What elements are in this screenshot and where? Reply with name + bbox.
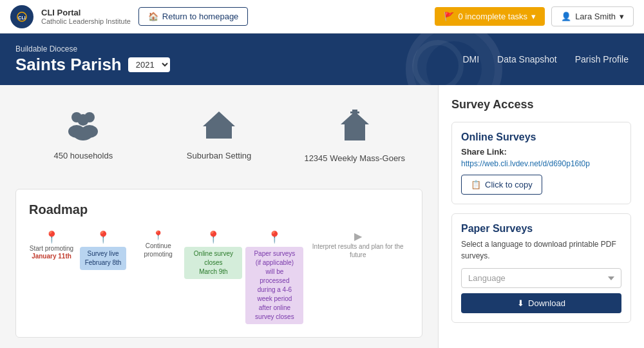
- banner-left: Buildable Diocese Saints Parish 2021 202…: [15, 44, 170, 75]
- step3-label: Continue promoting: [132, 242, 184, 258]
- year-selector[interactable]: 2021 2022 2020: [128, 57, 170, 72]
- paper-surveys-title: Paper Surveys: [461, 223, 621, 235]
- step1-pin: 📍: [44, 230, 59, 244]
- top-nav: CLI CLI Portal Catholic Leadership Insti…: [0, 0, 644, 34]
- households-label: 450 households: [53, 151, 113, 160]
- tasks-chevron-icon: ▾: [531, 12, 536, 21]
- step2-badge: Survey liveFebruary 8th: [80, 247, 127, 270]
- stat-households: 450 households: [15, 98, 151, 173]
- paper-surveys-section: Paper Surveys Select a language to downl…: [451, 213, 631, 323]
- app-subtitle: Catholic Leadership Institute: [41, 17, 131, 25]
- nav-dmi[interactable]: DMI: [462, 54, 479, 64]
- left-panel: 450 households Suburban Setting: [0, 85, 438, 348]
- home-icon: 🏠: [148, 12, 158, 21]
- parish-name: Saints Parish: [15, 55, 122, 75]
- user-button[interactable]: 👤 Lara Smith ▾: [551, 6, 634, 26]
- step6-arrow: ▶: [354, 230, 362, 242]
- diocese-name: Buildable Diocese: [15, 44, 170, 53]
- step6-label: Interpret results and plan for the futur…: [307, 242, 409, 259]
- download-button[interactable]: ⬇ Download: [461, 293, 621, 313]
- svg-point-5: [77, 114, 89, 126]
- copy-icon: 📋: [471, 180, 481, 189]
- step2-pin: 📍: [96, 230, 110, 244]
- step1-sublabel: January 11th: [32, 253, 71, 260]
- main-content: 450 households Suburban Setting: [0, 85, 644, 348]
- user-chevron-icon: ▾: [620, 12, 624, 21]
- nav-parish-profile[interactable]: Parish Profile: [575, 54, 629, 64]
- step5-badge: Paper surveys (if applicable) will be pr…: [245, 247, 303, 324]
- online-surveys-section: Online Surveys Share Link: https://web.c…: [451, 122, 631, 204]
- roadmap-title: Roadmap: [29, 202, 409, 217]
- share-link[interactable]: https://web.cli.lvdev.net/d/d690p16t0p: [461, 159, 621, 168]
- share-label: Share Link:: [461, 147, 621, 157]
- cli-title: CLI Portal Catholic Leadership Institute: [41, 8, 131, 25]
- svg-rect-16: [350, 111, 359, 113]
- online-surveys-title: Online Surveys: [461, 131, 621, 143]
- copy-button[interactable]: 📋 Click to copy: [461, 175, 542, 195]
- svg-rect-14: [352, 129, 358, 140]
- step3-pin: 📍: [153, 230, 164, 240]
- church-icon: [336, 108, 374, 148]
- step4-badge: Online survey closesMarch 9th: [184, 247, 242, 279]
- copy-label: Click to copy: [485, 180, 533, 189]
- svg-text:CLI: CLI: [18, 15, 25, 20]
- step5-pin: 📍: [267, 230, 281, 244]
- parish-banner: Buildable Diocese Saints Parish 2021 202…: [0, 34, 644, 85]
- download-label: Download: [528, 298, 565, 308]
- tasks-label: 0 incomplete tasks: [458, 12, 527, 21]
- user-label: Lara Smith: [575, 12, 616, 21]
- setting-label: Suburban Setting: [187, 151, 251, 160]
- parish-row: Saints Parish 2021 2022 2020: [15, 55, 170, 75]
- survey-access-title: Survey Access: [451, 98, 631, 111]
- return-label: Return to homepage: [162, 12, 239, 21]
- nav-data-snapshot[interactable]: Data Snapshot: [497, 54, 557, 64]
- stat-setting: Suburban Setting: [151, 98, 287, 173]
- download-icon: ⬇: [517, 298, 524, 308]
- tasks-button[interactable]: 🚩 0 incomplete tasks ▾: [435, 7, 545, 26]
- nav-right: 🚩 0 incomplete tasks ▾ 👤 Lara Smith ▾: [435, 6, 634, 26]
- mass-goers-label: 12345 Weekly Mass-Goers: [304, 153, 405, 163]
- stat-mass-goers: 12345 Weekly Mass-Goers: [287, 98, 422, 173]
- step1-label: Start promoting: [30, 244, 73, 253]
- user-icon: 👤: [561, 12, 571, 21]
- flag-icon: 🚩: [444, 12, 454, 21]
- language-selector[interactable]: Language English Spanish French: [461, 268, 621, 288]
- nav-left: CLI CLI Portal Catholic Leadership Insti…: [10, 5, 248, 28]
- step4-pin: 📍: [206, 230, 220, 244]
- cli-logo: CLI: [10, 5, 33, 28]
- return-homepage-button[interactable]: 🏠 Return to homepage: [138, 7, 249, 26]
- setting-icon: [200, 108, 238, 146]
- paper-surveys-description: Select a language to download printable …: [461, 238, 621, 262]
- stats-row: 450 households Suburban Setting: [15, 98, 422, 173]
- households-icon: [64, 108, 102, 146]
- roadmap-card: Roadmap 📍 Start promoting January 11th 📍…: [15, 189, 422, 338]
- right-panel: Survey Access Online Surveys Share Link:…: [438, 85, 644, 348]
- svg-point-8: [73, 128, 93, 140]
- svg-marker-10: [203, 111, 235, 126]
- svg-rect-11: [215, 128, 223, 139]
- app-title: CLI Portal: [41, 8, 131, 17]
